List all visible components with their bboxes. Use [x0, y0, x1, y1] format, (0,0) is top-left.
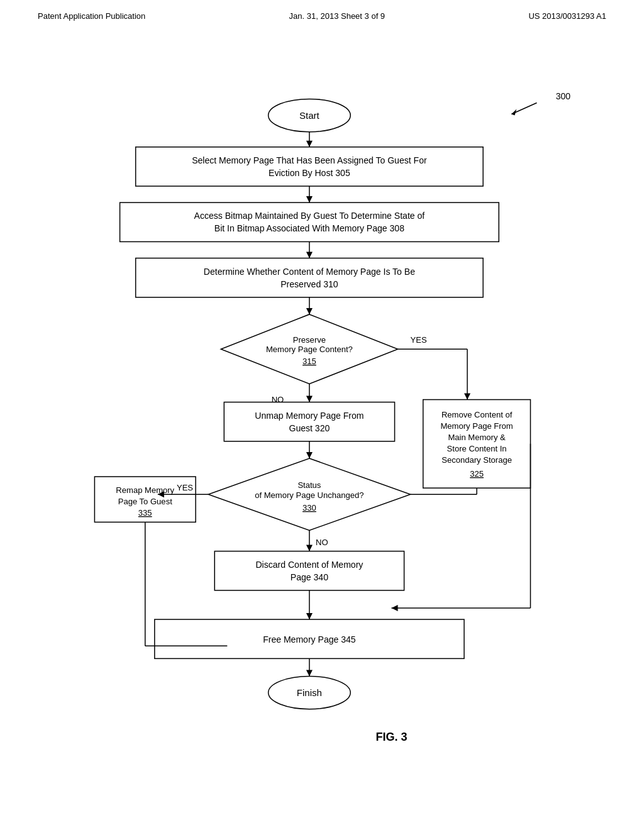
svg-marker-33 — [306, 670, 313, 676]
label-310b: Preserved 310 — [280, 279, 338, 289]
label-335c: 335 — [138, 508, 152, 517]
header-right: US 2013/0031293 A1 — [528, 11, 606, 21]
label-325c: Main Memory & — [448, 433, 506, 442]
header-left: Patent Application Publication — [38, 11, 145, 21]
svg-marker-9 — [306, 308, 313, 314]
yes-315: YES — [411, 335, 427, 345]
label-340b: Page 340 — [291, 572, 328, 582]
label-325f: 325 — [470, 469, 484, 479]
svg-marker-22 — [306, 545, 313, 551]
label-340a: Discard Content of Memory — [255, 560, 363, 570]
label-305a: Select Memory Page That Has Been Assigne… — [192, 155, 427, 165]
label-308a: Access Bitmap Maintained By Guest To Det… — [194, 211, 425, 221]
fig-label: FIG. 3 — [375, 731, 407, 743]
label-308b: Bit In Bitmap Associated With Memory Pag… — [214, 223, 404, 233]
label-320a: Unmap Memory Page From — [255, 411, 364, 421]
flowchart-svg: 300 Start Select Memory Page That Has Be… — [38, 40, 606, 810]
label-320b: Guest 320 — [289, 423, 330, 433]
svg-marker-26 — [391, 605, 397, 611]
label-325a: Remove Content of — [441, 410, 513, 419]
box-320 — [224, 402, 394, 441]
box-305 — [136, 147, 483, 186]
svg-marker-7 — [306, 252, 313, 258]
label-330a: Status — [297, 480, 321, 490]
ref-300: 300 — [556, 91, 571, 101]
no-330: NO — [316, 538, 328, 547]
label-330c: 330 — [303, 503, 316, 512]
header-middle: Jan. 31, 2013 Sheet 3 of 9 — [289, 11, 386, 21]
label-335b: Page To Guest — [118, 497, 172, 506]
box-308 — [120, 202, 499, 241]
label-345: Free Memory Page 345 — [263, 634, 356, 645]
page-header: Patent Application Publication Jan. 31, … — [0, 0, 644, 27]
svg-marker-3 — [306, 141, 313, 147]
box-310 — [136, 258, 483, 297]
label-315a: Preserve — [293, 335, 326, 345]
svg-marker-29 — [306, 613, 313, 619]
label-305b: Eviction By Host 305 — [269, 168, 350, 178]
label-315b: Memory Page Content? — [266, 345, 353, 354]
box-340 — [214, 551, 404, 590]
svg-marker-14 — [306, 396, 313, 402]
svg-marker-5 — [306, 196, 313, 202]
svg-marker-16 — [306, 452, 313, 458]
label-325d: Store Content In — [447, 444, 507, 453]
diagram-container: 300 Start Select Memory Page That Has Be… — [0, 27, 644, 822]
finish-label: Finish — [297, 687, 322, 698]
svg-marker-12 — [464, 393, 470, 399]
label-325e: Secondary Storage — [441, 455, 512, 465]
yes-330: YES — [177, 483, 193, 492]
label-310a: Determine Whether Content of Memory Page… — [204, 267, 415, 277]
label-330b: of Memory Page Unchanged? — [255, 490, 364, 500]
start-label: Start — [299, 110, 320, 121]
label-325b: Memory Page From — [440, 421, 513, 431]
label-315c: 315 — [303, 357, 316, 366]
label-335a: Remap Memory — [116, 485, 174, 495]
